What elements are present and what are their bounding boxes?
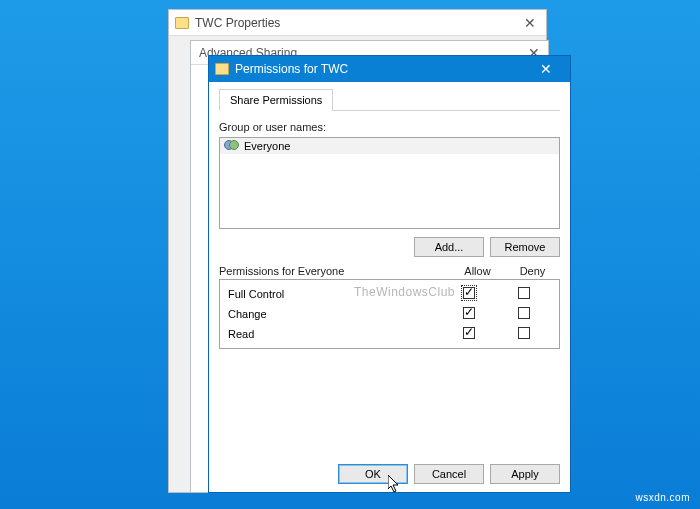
column-deny: Deny (505, 265, 560, 277)
permissions-window: Permissions for TWC ✕ Share Permissions … (208, 55, 571, 493)
user-name: Everyone (244, 140, 290, 152)
permissions-titlebar: Permissions for TWC ✕ (209, 56, 570, 82)
permission-name: Read (228, 328, 441, 340)
table-row: Change (220, 304, 559, 324)
allow-checkbox-change[interactable] (463, 307, 475, 319)
permissions-header: Permissions for Everyone Allow Deny (219, 265, 560, 277)
deny-checkbox-full-control[interactable] (518, 287, 530, 299)
user-listbox[interactable]: Everyone (219, 137, 560, 229)
watermark-text: TheWindowsClub (354, 285, 455, 299)
ok-button[interactable]: OK (338, 464, 408, 484)
allow-checkbox-read[interactable] (463, 327, 475, 339)
add-button[interactable]: Add... (414, 237, 484, 257)
users-icon (224, 140, 240, 152)
properties-title: TWC Properties (195, 16, 280, 30)
deny-checkbox-change[interactable] (518, 307, 530, 319)
remove-button[interactable]: Remove (490, 237, 560, 257)
group-user-label: Group or user names: (219, 121, 560, 133)
close-icon[interactable]: ✕ (520, 15, 540, 31)
table-row: Read (220, 324, 559, 344)
tab-share-permissions[interactable]: Share Permissions (219, 89, 333, 111)
column-allow: Allow (450, 265, 505, 277)
permission-name: Change (228, 308, 441, 320)
tab-strip: Share Permissions (219, 88, 560, 111)
cancel-button[interactable]: Cancel (414, 464, 484, 484)
list-item[interactable]: Everyone (220, 138, 559, 154)
folder-icon (215, 63, 229, 75)
folder-icon (175, 17, 189, 29)
permissions-for-label: Permissions for Everyone (219, 265, 450, 277)
permissions-body: Share Permissions Group or user names: E… (209, 82, 570, 349)
allow-checkbox-full-control[interactable] (463, 287, 475, 299)
properties-titlebar: TWC Properties ✕ (169, 10, 546, 36)
apply-button[interactable]: Apply (490, 464, 560, 484)
deny-checkbox-read[interactable] (518, 327, 530, 339)
close-icon[interactable]: ✕ (528, 61, 564, 77)
dialog-footer: OK Cancel Apply (338, 464, 560, 484)
permissions-title: Permissions for TWC (235, 62, 348, 76)
